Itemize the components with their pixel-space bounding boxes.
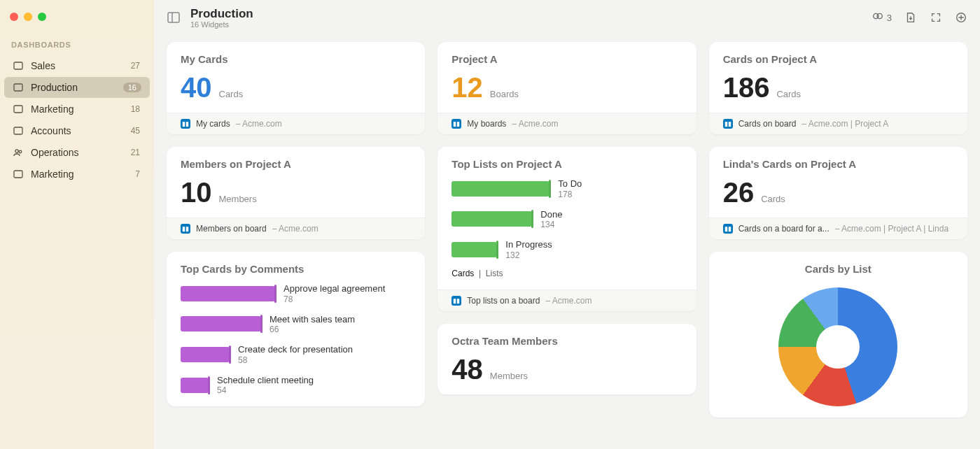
widget-unit: Boards [490, 89, 519, 99]
bar-label: Done [540, 209, 562, 220]
svg-point-10 [877, 13, 882, 18]
sidebar-item-count: 45 [130, 126, 141, 136]
close-window-dot[interactable] [10, 13, 18, 21]
bar-label: Approve legal agreement [284, 283, 385, 294]
bar-value: 134 [540, 220, 562, 229]
svg-rect-2 [14, 106, 22, 113]
widget-title: Octra Team Members [451, 335, 682, 347]
viewers-button[interactable]: 3 [872, 10, 892, 25]
svg-point-5 [19, 150, 22, 153]
source-name: Cards on a board for a... [738, 224, 830, 234]
dashboard-icon [13, 60, 24, 71]
bar-value: 178 [558, 190, 582, 199]
source-path: – Acme.com [545, 296, 592, 306]
widget-value: 40 [181, 73, 212, 101]
widget-title: My Cards [181, 53, 411, 65]
bar-fill [181, 286, 275, 301]
widget-cards-by-list[interactable]: Cards by List [709, 252, 967, 418]
dashboard-icon [13, 169, 24, 180]
export-button[interactable] [904, 11, 917, 24]
fullscreen-button[interactable] [930, 11, 942, 24]
sidebar-item-count: 16 [123, 83, 141, 92]
widget-title: Cards by List [723, 263, 953, 275]
bar-fill [181, 316, 261, 332]
sidebar-item-marketing[interactable]: Marketing 18 [4, 99, 150, 120]
bar-fill [451, 242, 497, 257]
svg-rect-6 [14, 171, 22, 178]
widget-top-lists[interactable]: Top Lists on Project A To Do178 Done134 [438, 147, 696, 311]
page-title: Production [190, 7, 872, 21]
bar-label: Meet with sales team [270, 314, 355, 325]
widget-unit: Cards [776, 89, 801, 99]
topbar: Production 16 Widgets 3 [154, 0, 980, 35]
sidebar-item-accounts[interactable]: Accounts 45 [4, 120, 150, 141]
bar-label: To Do [558, 178, 582, 190]
widget-grid: My Cards 40 Cards ▮▮ My cards – Acme.com… [154, 35, 980, 449]
svg-rect-0 [14, 62, 22, 69]
widget-title: Top Lists on Project A [451, 158, 682, 170]
main: Production 16 Widgets 3 My Cards 40 Card… [154, 0, 980, 449]
bar-row: In Progress132 [451, 239, 682, 260]
widget-project-a[interactable]: Project A 12 Boards ▮▮ My boards – Acme.… [438, 42, 696, 134]
bar-value: 58 [238, 355, 353, 365]
widget-cards-on-a[interactable]: Cards on Project A 186 Cards ▮▮ Cards on… [709, 42, 967, 134]
bar-value: 66 [270, 325, 355, 334]
svg-rect-7 [168, 13, 179, 22]
sidebar: DASHBOARDS Sales 27 Production 16 Market… [0, 0, 154, 449]
bar-row: Create deck for presentation58 [181, 344, 411, 365]
bar-fill [451, 211, 532, 227]
sidebar-item-label: Production [31, 82, 116, 93]
sidebar-item-count: 7 [134, 169, 141, 179]
source-name: Cards on board [738, 119, 797, 129]
minimize-window-dot[interactable] [24, 13, 32, 21]
sidebar-item-count: 21 [130, 148, 141, 157]
sidebar-section-title: DASHBOARDS [0, 28, 154, 55]
bar-row: Done134 [451, 209, 682, 230]
sidebar-item-sales[interactable]: Sales 27 [4, 55, 150, 76]
toggle-cards-lists[interactable]: Cards | Lists [451, 269, 682, 278]
svg-point-4 [15, 150, 18, 152]
maximize-window-dot[interactable] [38, 13, 46, 21]
add-widget-button[interactable] [955, 11, 967, 24]
sidebar-item-label: Marketing [31, 104, 122, 115]
bar-value: 54 [217, 385, 314, 395]
dashboard-icon [13, 82, 24, 93]
sidebar-item-marketing-2[interactable]: Marketing 7 [4, 164, 150, 185]
widget-my-cards[interactable]: My Cards 40 Cards ▮▮ My cards – Acme.com [167, 42, 425, 134]
bar-value: 132 [505, 250, 552, 260]
source-path: – Acme.com | Project A | Linda [835, 224, 948, 234]
bar-row: Meet with sales team66 [181, 314, 411, 335]
title-block: Production 16 Widgets [190, 7, 872, 29]
dashboard-icon [13, 125, 24, 136]
source-path: – Acme.com [236, 119, 282, 129]
widget-unit: Members [490, 371, 528, 381]
widget-value: 12 [451, 73, 483, 101]
viewers-icon [872, 10, 884, 25]
widget-octra[interactable]: Octra Team Members 48 Members [438, 324, 696, 394]
sidebar-item-count: 18 [130, 104, 141, 114]
sidebar-item-label: Operations [31, 147, 122, 158]
sidebar-item-label: Sales [31, 60, 122, 71]
widget-members[interactable]: Members on Project A 10 Members ▮▮ Membe… [167, 147, 425, 239]
bar-label: In Progress [505, 239, 552, 250]
bar-fill [451, 181, 550, 197]
source-name: My boards [467, 119, 506, 129]
widget-unit: Members [219, 194, 257, 204]
widget-value: 10 [181, 178, 212, 206]
source-name: Top lists on a board [467, 296, 540, 306]
widget-linda[interactable]: Linda's Cards on Project A 26 Cards ▮▮ C… [709, 147, 967, 239]
trello-icon: ▮▮ [181, 119, 190, 129]
widget-title: Project A [451, 53, 682, 65]
sidebar-item-production[interactable]: Production 16 [4, 77, 150, 98]
bar-fill [181, 347, 230, 362]
source-name: My cards [196, 119, 230, 129]
widget-top-cards[interactable]: Top Cards by Comments Approve legal agre… [167, 252, 425, 406]
sidebar-item-count: 27 [130, 61, 141, 71]
sidebar-item-label: Marketing [31, 169, 127, 180]
toggle-sidebar-icon[interactable] [167, 10, 181, 24]
svg-rect-1 [14, 84, 22, 91]
sidebar-item-operations[interactable]: Operations 21 [4, 142, 150, 163]
svg-rect-3 [14, 127, 22, 134]
widget-value: 48 [451, 355, 483, 383]
trello-icon: ▮▮ [451, 296, 461, 306]
